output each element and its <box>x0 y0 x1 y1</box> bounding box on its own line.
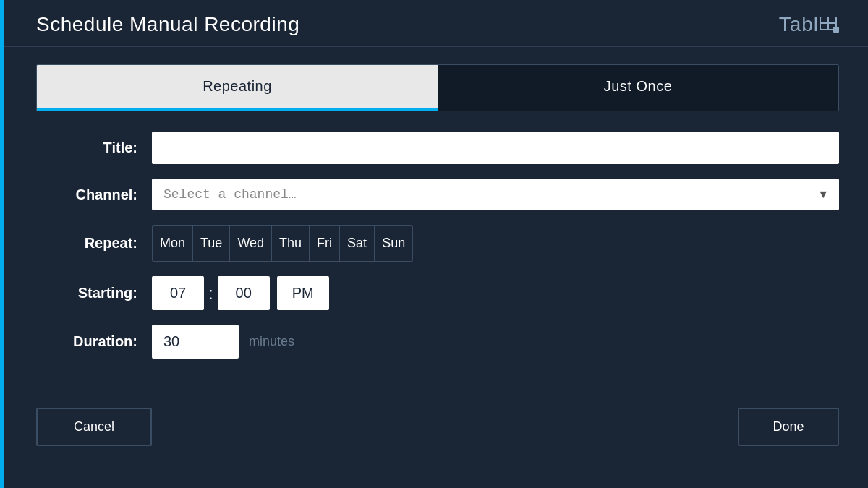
title-row: Title: <box>36 132 839 164</box>
duration-label: Duration: <box>36 333 152 350</box>
duration-row: Duration: minutes <box>36 325 839 359</box>
page-title: Schedule Manual Recording <box>36 13 299 36</box>
channel-label: Channel: <box>36 187 152 203</box>
day-wed[interactable]: Wed <box>230 226 272 261</box>
app-logo: Tabl <box>779 13 839 36</box>
svg-rect-3 <box>833 27 839 33</box>
logo-icon <box>820 17 839 33</box>
duration-unit-label: minutes <box>249 334 294 349</box>
starting-minute-input[interactable] <box>218 276 270 310</box>
days-container: Mon Tue Wed Thu Fri Sat Sun <box>152 225 413 262</box>
day-sun[interactable]: Sun <box>375 226 412 261</box>
tab-repeating[interactable]: Repeating <box>37 65 438 111</box>
day-thu[interactable]: Thu <box>272 226 310 261</box>
starting-label: Starting: <box>36 285 152 301</box>
left-accent-bar <box>0 0 4 488</box>
starting-row: Starting: : PM <box>36 276 839 310</box>
title-label: Title: <box>36 140 152 156</box>
day-sat[interactable]: Sat <box>340 226 375 261</box>
cancel-button[interactable]: Cancel <box>36 408 152 446</box>
ampm-button[interactable]: PM <box>277 276 329 310</box>
time-container: : PM <box>152 276 329 310</box>
logo-text: Tabl <box>779 13 819 36</box>
channel-select-wrapper: Select a channel… ▼ <box>152 179 839 210</box>
day-mon[interactable]: Mon <box>153 226 193 261</box>
footer: Cancel Done <box>0 396 868 458</box>
header: Schedule Manual Recording Tabl <box>0 0 868 47</box>
day-fri[interactable]: Fri <box>310 226 340 261</box>
tab-just-once[interactable]: Just Once <box>438 65 838 111</box>
tab-switcher: Repeating Just Once <box>36 64 839 111</box>
time-separator: : <box>204 283 218 304</box>
repeat-label: Repeat: <box>36 235 152 252</box>
starting-hour-input[interactable] <box>152 276 204 310</box>
done-button[interactable]: Done <box>738 408 839 446</box>
main-content: Repeating Just Once Title: Channel: Sele… <box>0 47 868 390</box>
repeat-row: Repeat: Mon Tue Wed Thu Fri Sat Sun <box>36 225 839 262</box>
channel-row: Channel: Select a channel… ▼ <box>36 179 839 210</box>
channel-select[interactable]: Select a channel… <box>152 179 839 210</box>
duration-input[interactable] <box>152 325 239 359</box>
day-tue[interactable]: Tue <box>193 226 230 261</box>
title-input[interactable] <box>152 132 839 164</box>
